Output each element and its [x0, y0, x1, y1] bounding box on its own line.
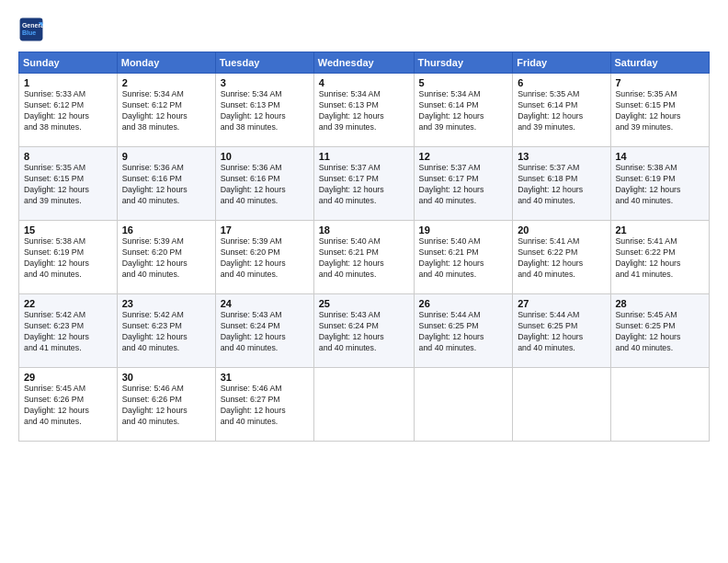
col-header-tuesday: Tuesday: [215, 52, 313, 74]
calendar-cell: 8Sunrise: 5:35 AM Sunset: 6:15 PM Daylig…: [19, 147, 118, 221]
calendar-week-2: 8Sunrise: 5:35 AM Sunset: 6:15 PM Daylig…: [19, 147, 710, 221]
day-number: 5: [419, 77, 509, 88]
day-number: 1: [24, 77, 113, 88]
day-info: Sunrise: 5:42 AM Sunset: 6:23 PM Dayligh…: [122, 310, 211, 354]
day-number: 8: [24, 151, 113, 162]
day-info: Sunrise: 5:44 AM Sunset: 6:25 PM Dayligh…: [518, 310, 606, 354]
calendar-cell: [313, 368, 414, 442]
calendar-cell: 13Sunrise: 5:37 AM Sunset: 6:18 PM Dayli…: [513, 147, 610, 221]
calendar-cell: [513, 368, 610, 442]
day-number: 3: [221, 77, 310, 88]
calendar-week-3: 15Sunrise: 5:38 AM Sunset: 6:19 PM Dayli…: [19, 221, 710, 294]
calendar-cell: 2Sunrise: 5:34 AM Sunset: 6:12 PM Daylig…: [117, 74, 215, 147]
day-info: Sunrise: 5:35 AM Sunset: 6:15 PM Dayligh…: [616, 89, 706, 133]
calendar-week-5: 29Sunrise: 5:45 AM Sunset: 6:26 PM Dayli…: [19, 368, 710, 442]
calendar-cell: [610, 368, 710, 442]
day-info: Sunrise: 5:36 AM Sunset: 6:16 PM Dayligh…: [221, 163, 310, 207]
calendar-cell: 24Sunrise: 5:43 AM Sunset: 6:24 PM Dayli…: [215, 294, 313, 368]
day-info: Sunrise: 5:45 AM Sunset: 6:26 PM Dayligh…: [24, 384, 113, 428]
calendar-cell: 7Sunrise: 5:35 AM Sunset: 6:15 PM Daylig…: [610, 74, 710, 147]
day-info: Sunrise: 5:34 AM Sunset: 6:13 PM Dayligh…: [221, 89, 310, 133]
logo: General Blue: [18, 17, 48, 42]
calendar-cell: 23Sunrise: 5:42 AM Sunset: 6:23 PM Dayli…: [117, 294, 215, 368]
day-info: Sunrise: 5:41 AM Sunset: 6:22 PM Dayligh…: [518, 236, 606, 281]
day-info: Sunrise: 5:43 AM Sunset: 6:24 PM Dayligh…: [221, 310, 310, 354]
calendar-cell: 28Sunrise: 5:45 AM Sunset: 6:25 PM Dayli…: [610, 294, 710, 368]
calendar-cell: 15Sunrise: 5:38 AM Sunset: 6:19 PM Dayli…: [19, 221, 118, 294]
day-info: Sunrise: 5:45 AM Sunset: 6:25 PM Dayligh…: [616, 310, 706, 354]
col-header-sunday: Sunday: [19, 52, 118, 74]
day-info: Sunrise: 5:40 AM Sunset: 6:21 PM Dayligh…: [319, 236, 410, 281]
day-number: 19: [419, 224, 509, 236]
day-number: 20: [518, 224, 606, 236]
day-number: 12: [419, 151, 509, 162]
calendar-cell: 16Sunrise: 5:39 AM Sunset: 6:20 PM Dayli…: [117, 221, 215, 294]
day-info: Sunrise: 5:34 AM Sunset: 6:13 PM Dayligh…: [319, 89, 410, 133]
day-info: Sunrise: 5:38 AM Sunset: 6:19 PM Dayligh…: [616, 163, 706, 207]
calendar-cell: 30Sunrise: 5:46 AM Sunset: 6:26 PM Dayli…: [117, 368, 215, 442]
day-number: 23: [122, 298, 211, 309]
day-number: 9: [122, 151, 211, 162]
calendar-cell: 26Sunrise: 5:44 AM Sunset: 6:25 PM Dayli…: [414, 294, 513, 368]
col-header-wednesday: Wednesday: [313, 52, 414, 74]
calendar-week-1: 1Sunrise: 5:33 AM Sunset: 6:12 PM Daylig…: [19, 74, 710, 147]
day-number: 29: [24, 372, 113, 383]
calendar-cell: 10Sunrise: 5:36 AM Sunset: 6:16 PM Dayli…: [215, 147, 313, 221]
day-number: 22: [24, 298, 113, 309]
logo-icon: General Blue: [18, 17, 44, 42]
day-info: Sunrise: 5:34 AM Sunset: 6:14 PM Dayligh…: [419, 89, 509, 133]
day-info: Sunrise: 5:33 AM Sunset: 6:12 PM Dayligh…: [24, 89, 113, 133]
day-info: Sunrise: 5:39 AM Sunset: 6:20 PM Dayligh…: [221, 236, 310, 281]
calendar-cell: [414, 368, 513, 442]
day-info: Sunrise: 5:43 AM Sunset: 6:24 PM Dayligh…: [319, 310, 410, 354]
day-number: 13: [518, 151, 606, 162]
day-number: 10: [221, 151, 310, 162]
day-number: 18: [319, 224, 410, 236]
calendar-cell: 20Sunrise: 5:41 AM Sunset: 6:22 PM Dayli…: [513, 221, 610, 294]
calendar-header-row: SundayMondayTuesdayWednesdayThursdayFrid…: [19, 52, 710, 74]
day-info: Sunrise: 5:37 AM Sunset: 6:17 PM Dayligh…: [419, 163, 509, 207]
day-number: 14: [616, 151, 706, 162]
day-number: 17: [221, 224, 310, 236]
col-header-thursday: Thursday: [414, 52, 513, 74]
day-number: 6: [518, 77, 606, 88]
calendar-cell: 19Sunrise: 5:40 AM Sunset: 6:21 PM Dayli…: [414, 221, 513, 294]
calendar-cell: 21Sunrise: 5:41 AM Sunset: 6:22 PM Dayli…: [610, 221, 710, 294]
day-number: 16: [122, 224, 211, 236]
calendar-cell: 11Sunrise: 5:37 AM Sunset: 6:17 PM Dayli…: [313, 147, 414, 221]
calendar-cell: 29Sunrise: 5:45 AM Sunset: 6:26 PM Dayli…: [19, 368, 118, 442]
day-number: 15: [24, 224, 113, 236]
day-info: Sunrise: 5:35 AM Sunset: 6:14 PM Dayligh…: [518, 89, 606, 133]
day-info: Sunrise: 5:35 AM Sunset: 6:15 PM Dayligh…: [24, 163, 113, 207]
day-info: Sunrise: 5:46 AM Sunset: 6:26 PM Dayligh…: [122, 384, 211, 428]
calendar-table: SundayMondayTuesdayWednesdayThursdayFrid…: [18, 52, 710, 442]
day-number: 7: [616, 77, 706, 88]
col-header-friday: Friday: [513, 52, 610, 74]
day-info: Sunrise: 5:40 AM Sunset: 6:21 PM Dayligh…: [419, 236, 509, 281]
day-number: 28: [616, 298, 706, 309]
calendar-cell: 14Sunrise: 5:38 AM Sunset: 6:19 PM Dayli…: [610, 147, 710, 221]
calendar-week-4: 22Sunrise: 5:42 AM Sunset: 6:23 PM Dayli…: [19, 294, 710, 368]
col-header-saturday: Saturday: [610, 52, 710, 74]
day-number: 30: [122, 372, 211, 383]
day-info: Sunrise: 5:39 AM Sunset: 6:20 PM Dayligh…: [122, 236, 211, 281]
page: General Blue SundayMondayTuesdayWednesda…: [0, 0, 728, 563]
calendar-cell: 4Sunrise: 5:34 AM Sunset: 6:13 PM Daylig…: [313, 74, 414, 147]
day-info: Sunrise: 5:44 AM Sunset: 6:25 PM Dayligh…: [419, 310, 509, 354]
calendar-header: SundayMondayTuesdayWednesdayThursdayFrid…: [19, 52, 710, 74]
calendar-cell: 25Sunrise: 5:43 AM Sunset: 6:24 PM Dayli…: [313, 294, 414, 368]
day-number: 25: [319, 298, 410, 309]
calendar-cell: 5Sunrise: 5:34 AM Sunset: 6:14 PM Daylig…: [414, 74, 513, 147]
calendar-cell: 27Sunrise: 5:44 AM Sunset: 6:25 PM Dayli…: [513, 294, 610, 368]
col-header-monday: Monday: [117, 52, 215, 74]
day-number: 21: [616, 224, 706, 236]
day-number: 26: [419, 298, 509, 309]
day-number: 27: [518, 298, 606, 309]
calendar-cell: 18Sunrise: 5:40 AM Sunset: 6:21 PM Dayli…: [313, 221, 414, 294]
day-info: Sunrise: 5:34 AM Sunset: 6:12 PM Dayligh…: [122, 89, 211, 133]
day-info: Sunrise: 5:42 AM Sunset: 6:23 PM Dayligh…: [24, 310, 113, 354]
day-number: 24: [221, 298, 310, 309]
calendar-cell: 12Sunrise: 5:37 AM Sunset: 6:17 PM Dayli…: [414, 147, 513, 221]
day-info: Sunrise: 5:38 AM Sunset: 6:19 PM Dayligh…: [24, 236, 113, 281]
day-number: 11: [319, 151, 410, 162]
